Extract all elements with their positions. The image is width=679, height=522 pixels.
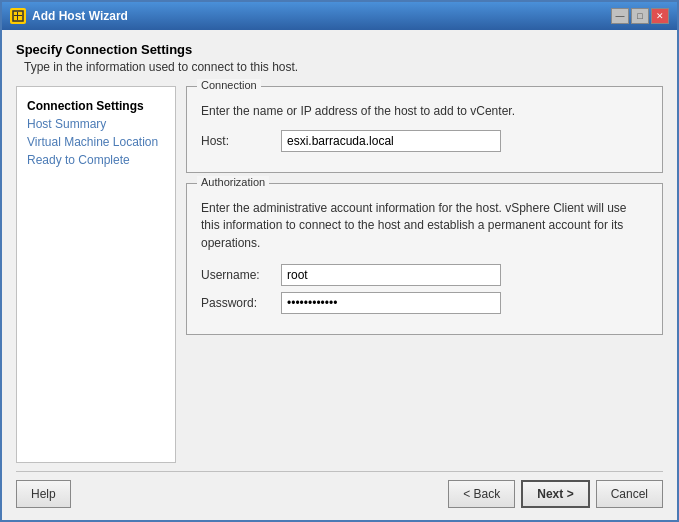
header-section: Specify Connection Settings Type in the … [16, 42, 663, 74]
sidebar-item-vm-location[interactable]: Virtual Machine Location [27, 133, 165, 151]
password-row: Password: [201, 292, 648, 314]
connection-group-title: Connection [197, 79, 261, 91]
authorization-group: Authorization Enter the administrative a… [186, 183, 663, 335]
back-button[interactable]: < Back [448, 480, 515, 508]
username-row: Username: [201, 264, 648, 286]
footer-right: < Back Next > Cancel [448, 480, 663, 508]
page-title: Specify Connection Settings [16, 42, 663, 57]
username-input[interactable] [281, 264, 501, 286]
host-label: Host: [201, 134, 281, 148]
window-icon [10, 8, 26, 24]
host-input[interactable] [281, 130, 501, 152]
title-bar-left: Add Host Wizard [10, 8, 128, 24]
footer-left: Help [16, 480, 71, 508]
sidebar-item-ready[interactable]: Ready to Complete [27, 151, 165, 169]
title-controls: — □ ✕ [611, 8, 669, 24]
help-button[interactable]: Help [16, 480, 71, 508]
wizard-footer: Help < Back Next > Cancel [16, 471, 663, 510]
password-input[interactable] [281, 292, 501, 314]
authorization-group-title: Authorization [197, 176, 269, 188]
authorization-description: Enter the administrative account informa… [201, 200, 648, 252]
connection-group: Connection Enter the name or IP address … [186, 86, 663, 173]
connection-description: Enter the name or IP address of the host… [201, 103, 648, 120]
wizard-window: Add Host Wizard — □ ✕ Specify Connection… [0, 0, 679, 522]
minimize-button[interactable]: — [611, 8, 629, 24]
page-subtitle: Type in the information used to connect … [24, 60, 663, 74]
next-button[interactable]: Next > [521, 480, 589, 508]
username-label: Username: [201, 268, 281, 282]
right-panel: Connection Enter the name or IP address … [186, 86, 663, 463]
main-content: Connection Settings Host Summary Virtual… [16, 86, 663, 463]
sidebar-item-host-summary[interactable]: Host Summary [27, 115, 165, 133]
close-button[interactable]: ✕ [651, 8, 669, 24]
svg-rect-2 [17, 12, 18, 20]
password-label: Password: [201, 296, 281, 310]
maximize-button[interactable]: □ [631, 8, 649, 24]
content-area: Specify Connection Settings Type in the … [2, 30, 677, 520]
sidebar-item-connection: Connection Settings [27, 97, 165, 115]
window-title: Add Host Wizard [32, 9, 128, 23]
wizard-sidebar: Connection Settings Host Summary Virtual… [16, 86, 176, 463]
cancel-button[interactable]: Cancel [596, 480, 663, 508]
host-row: Host: [201, 130, 648, 152]
title-bar: Add Host Wizard — □ ✕ [2, 2, 677, 30]
